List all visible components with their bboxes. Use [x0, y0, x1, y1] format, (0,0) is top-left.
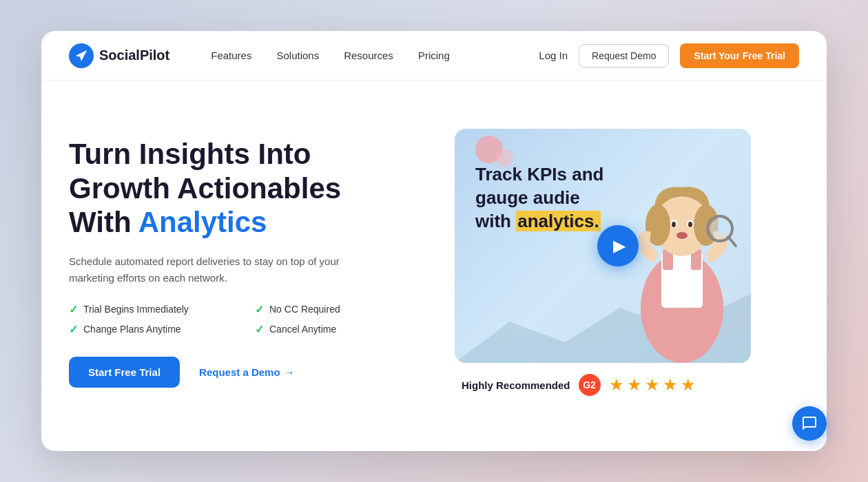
feature-item-2: ✓ No CC Required [255, 303, 427, 316]
nav-features[interactable]: Features [211, 50, 251, 61]
nav-pricing[interactable]: Pricing [418, 50, 450, 61]
login-button[interactable]: Log In [539, 50, 568, 61]
main-card: SocialPilot Features Solutions Resources… [41, 31, 827, 451]
check-icon-2: ✓ [255, 303, 264, 316]
brand-name: SocialPilot [99, 48, 169, 63]
start-trial-button[interactable]: Start Your Free Trial [680, 43, 799, 68]
hero-title: Turn Insights Into Growth Actionables Wi… [69, 137, 427, 240]
chat-button[interactable] [792, 406, 827, 441]
svg-line-14 [728, 237, 736, 246]
nav-actions: Log In Request Demo Start Your Free Tria… [539, 43, 799, 68]
feature-item-4: ✓ Cancel Anytime [255, 323, 427, 336]
request-demo-button[interactable]: Request Demo [579, 44, 669, 67]
main-content: Turn Insights Into Growth Actionables Wi… [41, 81, 827, 451]
right-section: Track KPIs and gauge audie with analytic… [455, 129, 751, 396]
chat-icon [801, 415, 818, 432]
star-2: ★ [627, 375, 642, 395]
check-icon-1: ✓ [69, 303, 78, 316]
video-container[interactable]: Track KPIs and gauge audie with analytic… [455, 129, 751, 363]
nav-links: Features Solutions Resources Pricing [211, 50, 539, 62]
svg-point-11 [676, 232, 688, 239]
logo[interactable]: SocialPilot [69, 43, 169, 68]
star-3: ★ [645, 375, 660, 395]
svg-point-9 [672, 222, 676, 227]
star-5: ★ [681, 375, 696, 395]
left-section: Turn Insights Into Growth Actionables Wi… [69, 137, 427, 388]
hero-title-highlight: Analytics [138, 206, 267, 238]
logo-icon [69, 43, 94, 68]
rating-label: Highly Recommended [462, 379, 570, 391]
nav-resources[interactable]: Resources [344, 50, 393, 61]
features-list: ✓ Trial Begins Immediately ✓ No CC Requi… [69, 303, 427, 336]
g2-logo: G2 [579, 374, 601, 396]
feature-item-3: ✓ Change Plans Anytime [69, 323, 241, 336]
cta-buttons: Start Free Trial Request a Demo → [69, 357, 427, 388]
check-icon-4: ✓ [255, 323, 264, 336]
request-demo-link[interactable]: Request a Demo → [199, 366, 295, 378]
star-4: ★ [663, 375, 678, 395]
play-icon: ▶ [613, 236, 626, 255]
play-button[interactable]: ▶ [597, 225, 639, 266]
stars: ★ ★ ★ ★ ★ [609, 375, 696, 395]
nav-solutions[interactable]: Solutions [276, 50, 319, 61]
check-icon-3: ✓ [69, 323, 78, 336]
rating-section: Highly Recommended G2 ★ ★ ★ ★ ★ [455, 374, 751, 396]
svg-point-10 [688, 222, 692, 227]
feature-item-1: ✓ Trial Begins Immediately [69, 303, 241, 316]
hero-subtitle: Schedule automated report deliveries to … [69, 253, 358, 286]
video-text-overlay: Track KPIs and gauge audie with analytic… [475, 163, 603, 233]
navbar: SocialPilot Features Solutions Resources… [41, 31, 827, 81]
star-1: ★ [609, 375, 624, 395]
svg-point-13 [710, 219, 730, 238]
start-free-trial-button[interactable]: Start Free Trial [69, 357, 180, 388]
video-title: Track KPIs and gauge audie with analytic… [475, 163, 603, 233]
